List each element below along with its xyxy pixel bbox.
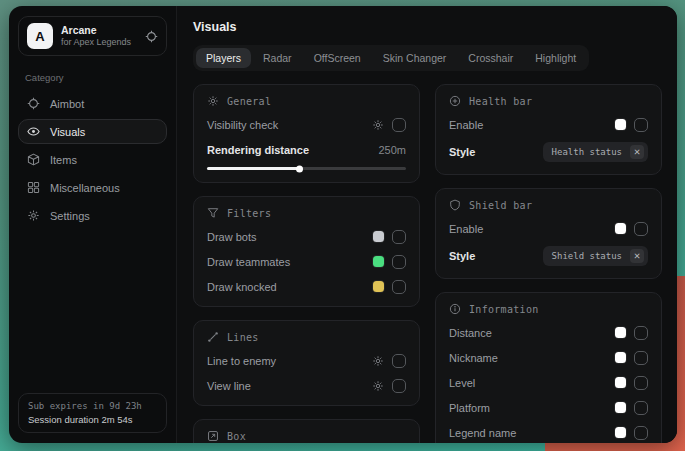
row-label: Style bbox=[449, 146, 475, 158]
target-icon[interactable] bbox=[145, 30, 158, 43]
draw-knocked-checkbox[interactable] bbox=[392, 280, 406, 294]
sidebar-item-settings[interactable]: Settings bbox=[18, 203, 167, 228]
row-distance: Distance bbox=[449, 325, 648, 340]
nickname-color-swatch[interactable] bbox=[615, 352, 626, 363]
line-icon bbox=[207, 331, 219, 343]
box-icon bbox=[207, 430, 219, 442]
select-value: Shield status bbox=[552, 251, 622, 261]
row-draw-teammates: Draw teammates bbox=[207, 254, 406, 269]
page-title: Visuals bbox=[193, 20, 662, 34]
legend-name-color-swatch[interactable] bbox=[615, 427, 626, 438]
draw-teammates-color-swatch[interactable] bbox=[373, 256, 384, 267]
panel-filters: Filters Draw bots Draw teammates bbox=[193, 196, 420, 307]
shield-color-swatch[interactable] bbox=[615, 223, 626, 234]
draw-bots-color-swatch[interactable] bbox=[373, 231, 384, 242]
panel-title: Filters bbox=[227, 208, 271, 219]
row-label: Visibility check bbox=[207, 119, 278, 131]
row-health-style: Style Health status ✕ bbox=[449, 142, 648, 162]
sidebar-item-label: Aimbot bbox=[50, 98, 84, 110]
app-window: A Arcane for Apex Legends Category Aimbo… bbox=[9, 6, 677, 443]
platform-color-swatch[interactable] bbox=[615, 402, 626, 413]
panel-title: Box bbox=[227, 431, 246, 442]
tab-offscreen[interactable]: OffScreen bbox=[304, 48, 371, 68]
gear-icon[interactable] bbox=[372, 355, 384, 367]
clear-icon[interactable]: ✕ bbox=[630, 249, 644, 263]
funnel-icon bbox=[207, 207, 219, 219]
health-enable-checkbox[interactable] bbox=[634, 118, 648, 132]
distance-checkbox[interactable] bbox=[634, 326, 648, 340]
sidebar-item-label: Miscellaneous bbox=[50, 182, 120, 194]
row-legend-name: Legend name bbox=[449, 425, 648, 440]
draw-bots-checkbox[interactable] bbox=[392, 230, 406, 244]
row-label: Rendering distance bbox=[207, 144, 309, 156]
app-logo: A bbox=[27, 23, 53, 49]
row-visibility-check: Visibility check bbox=[207, 117, 406, 132]
tab-skin-changer[interactable]: Skin Changer bbox=[373, 48, 457, 68]
slider-thumb[interactable] bbox=[296, 165, 303, 172]
visibility-check-checkbox[interactable] bbox=[392, 118, 406, 132]
health-style-select[interactable]: Health status ✕ bbox=[543, 142, 648, 162]
row-label: View line bbox=[207, 380, 251, 392]
shield-enable-checkbox[interactable] bbox=[634, 222, 648, 236]
row-platform: Platform bbox=[449, 400, 648, 415]
sun-gear-icon bbox=[207, 95, 219, 107]
panel-title: Health bar bbox=[469, 96, 532, 107]
sidebar-item-items[interactable]: Items bbox=[18, 147, 167, 172]
shield-icon bbox=[449, 199, 461, 211]
sidebar-item-aimbot[interactable]: Aimbot bbox=[18, 91, 167, 116]
health-icon bbox=[449, 95, 461, 107]
shield-style-select[interactable]: Shield status ✕ bbox=[543, 246, 648, 266]
level-checkbox[interactable] bbox=[634, 376, 648, 390]
row-rendering-distance: Rendering distance 250m bbox=[207, 142, 406, 157]
sidebar-item-label: Settings bbox=[50, 210, 90, 222]
platform-checkbox[interactable] bbox=[634, 401, 648, 415]
sub-expires-text: Sub expires in 9d 23h bbox=[28, 401, 157, 411]
row-view-line: View line bbox=[207, 378, 406, 393]
tab-players[interactable]: Players bbox=[196, 48, 251, 68]
panel-title: General bbox=[227, 96, 271, 107]
panel-shield-bar: Shield bar Enable Style S bbox=[435, 188, 662, 279]
session-duration-text: Session duration 2m 54s bbox=[28, 414, 157, 425]
row-health-enable: Enable bbox=[449, 117, 648, 132]
grid-icon bbox=[27, 181, 40, 194]
sidebar-item-visuals[interactable]: Visuals bbox=[18, 119, 167, 144]
row-label: Draw teammates bbox=[207, 256, 290, 268]
legend-name-checkbox[interactable] bbox=[634, 426, 648, 440]
subscription-info-card: Sub expires in 9d 23h Session duration 2… bbox=[18, 393, 167, 433]
draw-knocked-color-swatch[interactable] bbox=[373, 281, 384, 292]
info-icon bbox=[449, 303, 461, 315]
panel-lines: Lines Line to enemy View line bbox=[193, 320, 420, 406]
line-to-enemy-checkbox[interactable] bbox=[392, 354, 406, 368]
distance-color-swatch[interactable] bbox=[615, 327, 626, 338]
nickname-checkbox[interactable] bbox=[634, 351, 648, 365]
cube-icon bbox=[27, 153, 40, 166]
row-level: Level bbox=[449, 375, 648, 390]
panel-general: General Visibility check Rendering di bbox=[193, 84, 420, 183]
gear-icon[interactable] bbox=[372, 380, 384, 392]
row-label: Nickname bbox=[449, 352, 498, 364]
tab-highlight[interactable]: Highlight bbox=[525, 48, 586, 68]
sidebar-item-label: Items bbox=[50, 154, 77, 166]
gear-icon[interactable] bbox=[372, 119, 384, 131]
rendering-distance-slider[interactable] bbox=[207, 167, 406, 170]
panel-health-bar: Health bar Enable Style H bbox=[435, 84, 662, 175]
sidebar-item-label: Visuals bbox=[50, 126, 85, 138]
clear-icon[interactable]: ✕ bbox=[630, 145, 644, 159]
tab-crosshair[interactable]: Crosshair bbox=[458, 48, 523, 68]
panel-information: Information Distance Nickname bbox=[435, 292, 662, 443]
row-label: Legend name bbox=[449, 427, 516, 439]
category-label: Category bbox=[25, 72, 160, 83]
row-draw-knocked: Draw knocked bbox=[207, 279, 406, 294]
row-draw-bots: Draw bots bbox=[207, 229, 406, 244]
row-label: Distance bbox=[449, 327, 492, 339]
row-label: Draw knocked bbox=[207, 281, 277, 293]
view-line-checkbox[interactable] bbox=[392, 379, 406, 393]
slider-fill bbox=[207, 167, 299, 170]
main-area: Visuals Players Radar OffScreen Skin Cha… bbox=[177, 6, 677, 443]
draw-teammates-checkbox[interactable] bbox=[392, 255, 406, 269]
tab-radar[interactable]: Radar bbox=[253, 48, 302, 68]
health-color-swatch[interactable] bbox=[615, 119, 626, 130]
sidebar-item-miscellaneous[interactable]: Miscellaneous bbox=[18, 175, 167, 200]
gear-icon bbox=[27, 209, 40, 222]
level-color-swatch[interactable] bbox=[615, 377, 626, 388]
